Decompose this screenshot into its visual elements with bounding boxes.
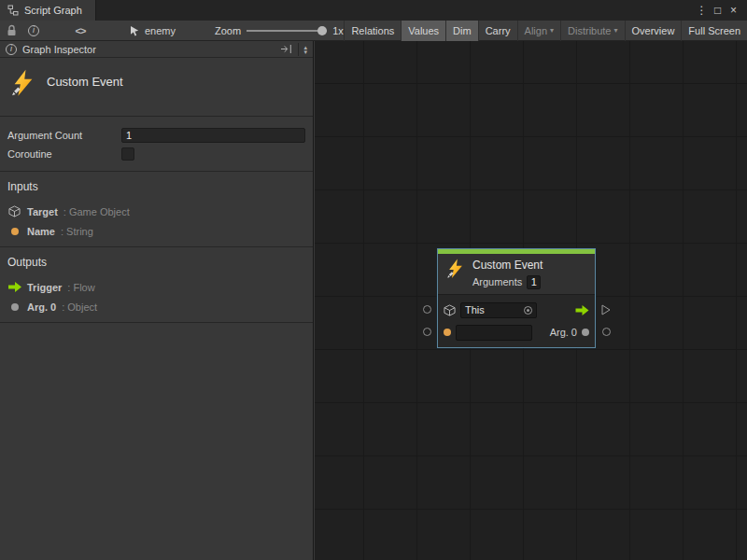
port-row-name: Name : String: [7, 221, 305, 241]
coroutine-label: Coroutine: [7, 148, 121, 160]
port-row-target: Target : Game Object: [7, 202, 305, 221]
zoom-value: 1x: [332, 25, 344, 36]
inputs-section: Inputs Target : Game Object Name : Strin…: [0, 172, 313, 247]
port-type: : String: [61, 226, 93, 237]
scrub-down-icon: ▾: [303, 49, 307, 54]
info-button[interactable]: i: [22, 21, 45, 41]
dock-panel-icon[interactable]: [280, 44, 292, 54]
window-controls: ⋮ □ ×: [694, 0, 747, 21]
game-object-cube-icon: [7, 205, 21, 217]
this-value: This: [465, 304, 485, 315]
event-name-input[interactable]: [456, 325, 532, 341]
argument-count-row: Argument Count: [7, 126, 305, 145]
window-menu-button[interactable]: ⋮: [694, 4, 710, 17]
button-label: Align: [525, 25, 547, 36]
zoom-control: Zoom 1x: [215, 25, 344, 36]
arg0-label: Arg. 0: [550, 327, 577, 338]
node-row-target: This: [444, 300, 589, 320]
unity-script-graph-window: Script Graph ⋮ □ × i <> enemy Z: [0, 0, 747, 560]
script-graph-icon: [7, 5, 19, 16]
info-icon: i: [6, 44, 17, 55]
inspector-header-controls: ▴ ▾: [280, 43, 307, 56]
graph-inspector-panel: i Graph Inspector ▴ ▾: [0, 41, 314, 560]
port-name: Arg. 0: [27, 301, 56, 313]
port-type: : Flow: [67, 282, 94, 293]
dropdown-caret-icon: ▾: [614, 27, 618, 35]
zoom-slider-track: [247, 30, 327, 32]
node-title: Custom Event: [472, 259, 543, 273]
port-name: Target: [27, 206, 58, 217]
object-port-icon: [7, 303, 21, 311]
zoom-slider-handle[interactable]: [317, 26, 327, 35]
target-breadcrumb[interactable]: enemy: [129, 25, 176, 36]
coroutine-checkbox[interactable]: [121, 147, 134, 161]
custom-event-icon: [445, 259, 466, 279]
info-icon: i: [28, 25, 39, 36]
unit-title: Custom Event: [47, 75, 123, 97]
left-connector-row2[interactable]: [423, 328, 431, 336]
graph-canvas[interactable]: Custom Event Arguments 1 This: [315, 41, 747, 560]
toolbar-button-dim[interactable]: Dim: [445, 21, 478, 41]
zoom-slider[interactable]: [247, 25, 327, 36]
this-object-dropdown[interactable]: This: [460, 302, 537, 318]
coroutine-row: Coroutine: [7, 145, 305, 163]
toolbar-button-relations[interactable]: Relations: [344, 21, 401, 41]
toolbar-button-group: Relations Values Dim Carry Align ▾ Distr…: [344, 21, 747, 41]
outputs-title: Outputs: [7, 256, 305, 269]
arguments-count-box: 1: [527, 275, 541, 289]
tab-label: Script Graph: [24, 5, 82, 16]
trigger-output-port[interactable]: [575, 305, 589, 315]
port-name: Name: [27, 226, 55, 237]
node-body: This Arg. 0: [438, 294, 595, 347]
pointer-icon: [129, 25, 140, 36]
right-connector-row2[interactable]: [602, 328, 611, 336]
button-label: Values: [408, 25, 439, 36]
arg0-output-port[interactable]: [582, 329, 589, 336]
argument-count-input[interactable]: [121, 128, 305, 143]
port-type: : Game Object: [63, 206, 130, 217]
port-row-trigger: Trigger : Flow: [7, 277, 305, 297]
maximize-button[interactable]: □: [710, 4, 726, 17]
lock-button[interactable]: [0, 21, 22, 41]
button-label: Relations: [351, 25, 394, 36]
toolbar: i <> enemy Zoom 1x Relations Values: [0, 21, 747, 41]
toolbar-button-distribute[interactable]: Distribute ▾: [560, 21, 624, 41]
node-header-text: Custom Event Arguments 1: [472, 259, 543, 289]
panel-scrubber[interactable]: ▴ ▾: [298, 43, 307, 56]
button-label: Distribute: [568, 25, 611, 36]
unit-settings: Argument Count Coroutine: [0, 117, 313, 172]
code-view-button[interactable]: <>: [69, 21, 92, 41]
argument-count-label: Argument Count: [7, 130, 121, 141]
unit-header: Custom Event: [0, 58, 313, 117]
inspector-title: Graph Inspector: [22, 44, 96, 55]
dropdown-caret-icon: ▾: [550, 27, 554, 35]
lock-icon: [7, 24, 17, 36]
toolbar-button-align[interactable]: Align ▾: [517, 21, 560, 41]
inspector-header: i Graph Inspector ▴ ▾: [0, 41, 313, 58]
button-label: Full Screen: [688, 25, 740, 36]
toolbar-button-overview[interactable]: Overview: [625, 21, 682, 41]
titlebar: Script Graph ⋮ □ ×: [0, 0, 747, 21]
arguments-label: Arguments: [472, 276, 522, 287]
node-arguments-row: Arguments 1: [472, 274, 543, 289]
port-row-arg0: Arg. 0 : Object: [7, 297, 305, 316]
node-custom-event[interactable]: Custom Event Arguments 1 This: [437, 248, 596, 348]
right-flow-connector[interactable]: [601, 304, 611, 315]
toolbar-button-values[interactable]: Values: [401, 21, 445, 41]
close-button[interactable]: ×: [726, 4, 741, 17]
button-label: Carry: [486, 25, 511, 36]
button-label: Overview: [632, 25, 675, 36]
string-port-icon: [7, 228, 21, 235]
object-picker-icon[interactable]: [524, 306, 532, 315]
toolbar-button-carry[interactable]: Carry: [478, 21, 517, 41]
target-name: enemy: [145, 25, 176, 36]
node-header[interactable]: Custom Event Arguments 1: [438, 254, 595, 294]
node-row-name: Arg. 0: [444, 322, 589, 343]
tab-script-graph[interactable]: Script Graph: [0, 0, 96, 21]
port-type: : Object: [62, 301, 97, 313]
inputs-title: Inputs: [7, 180, 305, 193]
name-input-port[interactable]: [444, 329, 451, 336]
code-icon: <>: [76, 25, 86, 36]
left-connector-row1[interactable]: [423, 305, 431, 314]
toolbar-button-fullscreen[interactable]: Full Screen: [681, 21, 747, 41]
